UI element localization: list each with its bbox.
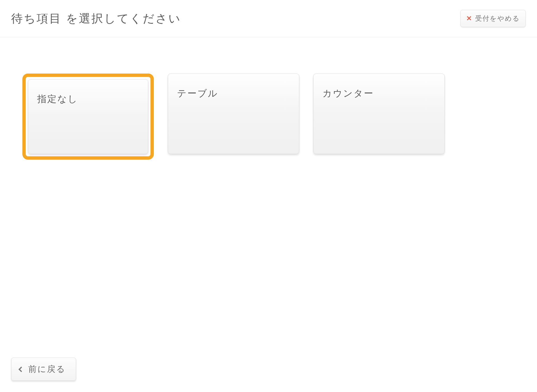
option-card[interactable]: 指定なし <box>28 79 148 154</box>
cancel-reception-button[interactable]: ✕ 受付をやめる <box>460 10 526 27</box>
chevron-left-icon <box>18 367 24 372</box>
back-button[interactable]: 前に戻る <box>11 358 76 381</box>
back-button-label: 前に戻る <box>28 363 66 375</box>
cancel-button-label: 受付をやめる <box>475 14 520 23</box>
option-label: テーブル <box>177 87 290 100</box>
page-title: 待ち項目 を選択してください <box>11 11 181 26</box>
option-label: カウンター <box>322 87 435 100</box>
option-counter[interactable]: カウンター <box>313 74 445 160</box>
option-table[interactable]: テーブル <box>168 74 299 160</box>
close-icon: ✕ <box>466 15 472 22</box>
options-container: 指定なし テーブル カウンター <box>0 37 537 171</box>
header: 待ち項目 を選択してください ✕ 受付をやめる <box>0 0 537 37</box>
option-no-preference[interactable]: 指定なし <box>22 74 154 160</box>
footer: 前に戻る <box>11 358 76 381</box>
option-card[interactable]: カウンター <box>313 74 445 154</box>
option-card[interactable]: テーブル <box>168 74 299 154</box>
option-label: 指定なし <box>37 93 139 105</box>
